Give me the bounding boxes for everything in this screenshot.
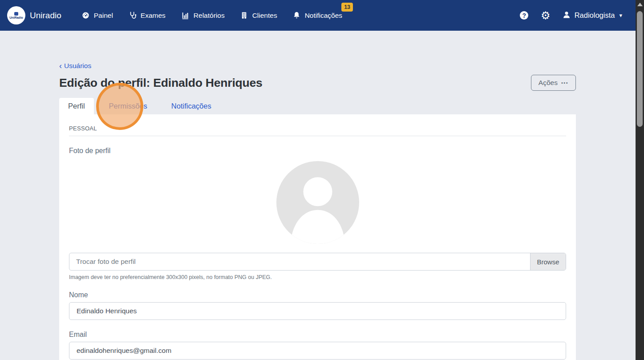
chevron-down-icon: ▾ [619, 12, 622, 19]
nav-label: Notificações [305, 12, 342, 20]
logo-text: UniRadio [9, 16, 23, 19]
uniradio-logo: UniRadio [7, 6, 25, 24]
building-icon [240, 11, 248, 20]
avatar-wrap [69, 161, 566, 244]
help-icon: ? [520, 11, 528, 20]
photo-label: Foto de perfil [69, 147, 566, 155]
nome-label: Nome [69, 291, 566, 299]
user-icon [562, 10, 571, 21]
page-title: Edição do perfil: Edinaldo Henriques [59, 76, 263, 90]
chevron-left-icon: ‹ [59, 62, 62, 70]
breadcrumb[interactable]: ‹ Usuários [59, 62, 91, 70]
profile-tabs: Perfil Permissões Notificações [59, 98, 576, 114]
user-menu[interactable]: Radiologista ▾ [562, 10, 622, 21]
stethoscope-icon [128, 11, 137, 20]
browse-button[interactable]: Browse [530, 253, 566, 270]
nav-item-notificacoes[interactable]: Notificações 13 [287, 7, 348, 24]
email-field[interactable] [69, 342, 566, 360]
brand-name: Uniradio [30, 11, 61, 20]
main-content: ‹ Usuários Edição do perfil: Edinaldo He… [0, 31, 576, 360]
bell-icon [292, 11, 301, 20]
app-viewport: UniRadio Uniradio Painel Exames [0, 0, 636, 360]
nav-item-painel[interactable]: Painel [76, 7, 119, 24]
email-label: Email [69, 331, 566, 339]
nav-item-relatorios[interactable]: Relatórios [175, 7, 231, 24]
profile-card: PESSOAL Foto de perfil Trocar foto de pe [59, 114, 576, 360]
title-row: Edição do perfil: Edinaldo Henriques Açõ… [59, 75, 576, 91]
section-header-pessoal: PESSOAL [69, 125, 566, 136]
settings-button[interactable]: ⚙ [538, 8, 553, 23]
nome-field[interactable] [69, 302, 566, 320]
navbar-right: ? ⚙ Radiologista ▾ [517, 8, 622, 23]
avatar-placeholder-icon [276, 161, 359, 244]
nav-label: Clientes [252, 12, 277, 20]
help-button[interactable]: ? [517, 8, 532, 23]
notifications-badge: 13 [341, 3, 353, 12]
actions-button[interactable]: Ações ••• [531, 75, 576, 91]
nav-item-exames[interactable]: Exames [122, 7, 171, 24]
primary-nav: Painel Exames Relatórios Clientes [76, 7, 348, 24]
top-navbar: UniRadio Uniradio Painel Exames [0, 0, 636, 31]
bar-chart-icon [181, 11, 190, 20]
breadcrumb-label: Usuários [64, 62, 91, 70]
nav-label: Relatórios [194, 12, 225, 20]
dashboard-gauge-icon [81, 11, 90, 20]
brand[interactable]: UniRadio Uniradio [7, 6, 61, 24]
actions-label: Ações [539, 79, 558, 87]
photo-file-input[interactable]: Trocar foto de perfil Browse [69, 253, 566, 271]
tab-notificacoes[interactable]: Notificações [162, 98, 220, 114]
gear-icon: ⚙ [541, 10, 551, 21]
file-input-placeholder: Trocar foto de perfil [69, 253, 530, 270]
user-label: Radiologista [575, 11, 615, 20]
logo-mark-icon [14, 12, 18, 16]
scrollbar-up-arrow-icon[interactable] [637, 3, 643, 6]
vertical-scrollbar[interactable] [636, 0, 644, 360]
ellipsis-icon: ••• [561, 80, 568, 85]
scrollbar-thumb[interactable] [637, 11, 643, 127]
nav-label: Exames [141, 12, 166, 20]
tab-perfil[interactable]: Perfil [59, 98, 94, 114]
tab-permissoes[interactable]: Permissões [100, 98, 156, 114]
photo-hint: Imagem deve ter no preferencialmente 300… [69, 274, 566, 280]
nav-label: Painel [94, 12, 113, 20]
nav-item-clientes[interactable]: Clientes [234, 7, 283, 24]
